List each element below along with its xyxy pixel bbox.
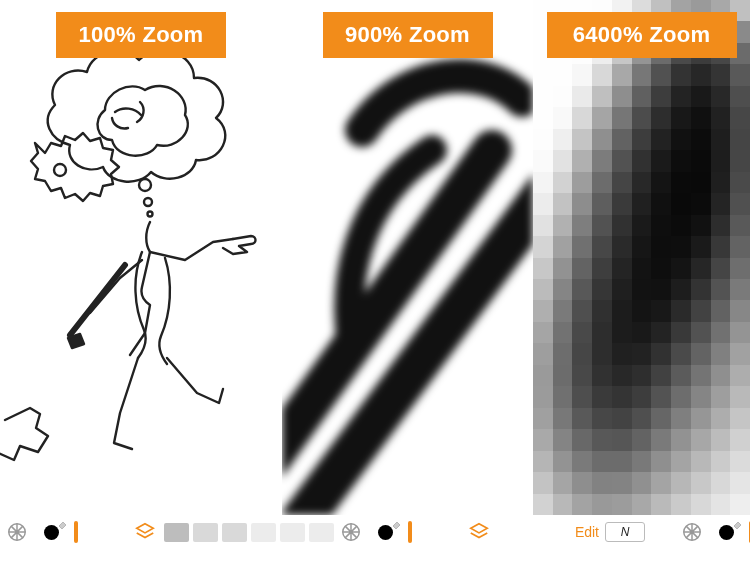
thumb-3[interactable]	[222, 523, 247, 542]
eraser-icon	[58, 519, 68, 529]
toolbar: Edit N	[0, 515, 750, 549]
thumb-5[interactable]	[280, 523, 305, 542]
thumb-2[interactable]	[193, 523, 218, 542]
zoom-label-900: 900% Zoom	[323, 12, 493, 58]
zoom-label-6400: 6400% Zoom	[547, 12, 737, 58]
eraser-icon	[733, 519, 743, 529]
thumb-4[interactable]	[251, 523, 276, 542]
separator	[74, 521, 78, 543]
separator	[408, 521, 412, 543]
toolbar-left	[4, 515, 334, 549]
panel-row: 100% Zoom 900% Zoom 6400% Zoom	[0, 0, 750, 515]
panel-6400: 6400% Zoom	[533, 0, 750, 515]
layers-icon[interactable]	[134, 521, 156, 543]
brush-tool-icon[interactable]	[6, 521, 28, 543]
layers-icon[interactable]	[468, 521, 490, 543]
pen-color-swatch[interactable]	[370, 521, 400, 543]
zoom-900-art	[282, 0, 533, 515]
thumb-1[interactable]	[164, 523, 189, 542]
brush-tool-icon[interactable]	[340, 521, 362, 543]
app-stage: 100% Zoom 900% Zoom 6400% Zoom	[0, 0, 750, 563]
toolbar-right: N	[599, 515, 750, 549]
panel-100: 100% Zoom	[0, 0, 282, 515]
pen-color-swatch[interactable]	[36, 521, 66, 543]
toolbar-mid: Edit	[334, 515, 599, 549]
brush-tool-icon[interactable]	[681, 521, 703, 543]
thumb-6[interactable]	[309, 523, 334, 542]
panel-900: 900% Zoom	[282, 0, 533, 515]
page-thumbnails[interactable]	[164, 523, 334, 542]
svg-point-0	[54, 164, 66, 176]
pen-color-swatch[interactable]	[711, 521, 741, 543]
eraser-icon	[392, 519, 402, 529]
zoom-6400-pixels	[533, 0, 750, 515]
svg-point-3	[148, 212, 153, 217]
zoom-label-100: 100% Zoom	[56, 12, 226, 58]
svg-point-1	[139, 179, 151, 191]
svg-point-2	[144, 198, 152, 206]
edit-button[interactable]: Edit	[575, 524, 599, 540]
n-button[interactable]: N	[605, 522, 645, 542]
sketch-drawing	[0, 0, 282, 515]
